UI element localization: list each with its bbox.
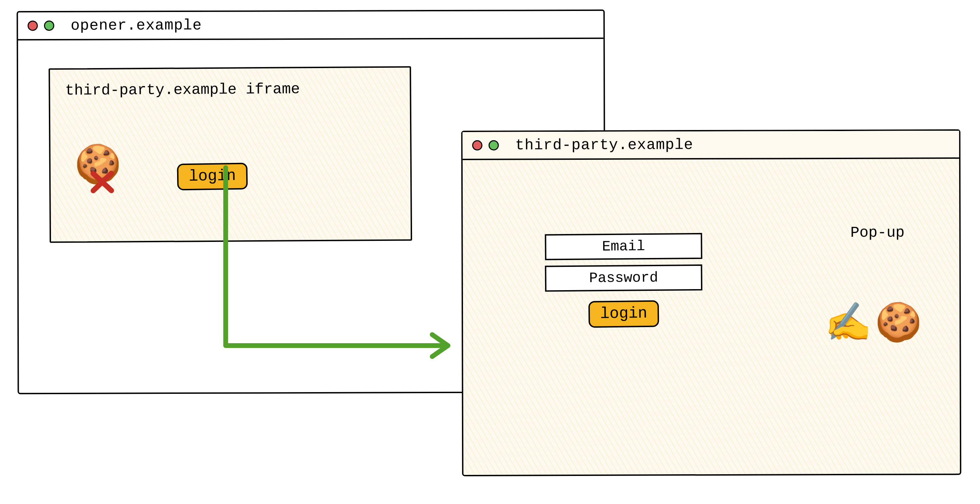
popup-titlebar: third-party.example	[463, 131, 959, 160]
popup-title: third-party.example	[515, 136, 694, 154]
writing-hand-icon: ✍️	[825, 306, 872, 344]
popup-login-button[interactable]: login	[589, 300, 659, 328]
close-icon[interactable]	[28, 21, 38, 31]
cookie-icon: 🍪	[875, 306, 922, 343]
opener-title: opener.example	[71, 17, 202, 34]
popup-label: Pop-up	[850, 224, 905, 241]
password-field[interactable]: Password	[545, 265, 703, 292]
cross-icon	[90, 170, 114, 194]
flow-arrow-icon	[205, 164, 468, 371]
close-icon[interactable]	[472, 140, 482, 150]
maximize-icon[interactable]	[44, 21, 54, 31]
maximize-icon[interactable]	[488, 140, 499, 150]
iframe-label: third-party.example iframe	[65, 80, 395, 99]
opener-titlebar: opener.example	[18, 11, 603, 40]
popup-window: third-party.example Email Password login…	[461, 129, 961, 476]
email-field[interactable]: Email	[545, 233, 702, 260]
